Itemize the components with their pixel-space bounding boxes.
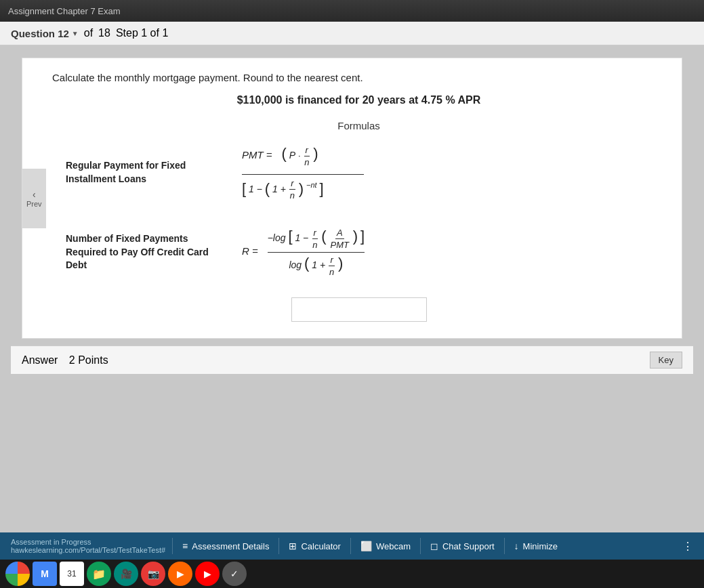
key-button[interactable]: Key	[650, 352, 682, 369]
calendar-icon[interactable]: 31	[60, 562, 84, 586]
formula2-description: Number of Fixed Payments Required to Pay…	[66, 232, 215, 272]
step-info: Step 1 of 1	[116, 27, 168, 39]
problem-amount: $110,000	[237, 94, 283, 106]
answer-input-box[interactable]	[291, 297, 427, 322]
taskbar-minimize[interactable]: ↓ Minimize	[506, 538, 566, 554]
taskbar-calculator[interactable]: ⊞ Calculator	[281, 538, 349, 554]
minimize-label: Minimize	[523, 541, 558, 551]
formula1-math: PMT = ( P · r n )	[242, 145, 652, 201]
webcam-label: Webcam	[376, 541, 411, 551]
taskbar-separator-4	[420, 538, 421, 554]
formula2-line1: Number of Fixed Payments	[66, 233, 188, 244]
system-taskbar: M 31 📁 🎥 📷 ▶ ▶ ✓	[0, 560, 704, 588]
problem-statement: $110,000 is financed for 20 years at 4.7…	[52, 94, 665, 106]
formula1-line2: Installment Loans	[66, 173, 146, 184]
formula1-line1: Regular Payment for Fixed	[66, 160, 186, 171]
taskbar-more-button[interactable]: ⋮	[677, 537, 699, 555]
gmail-icon[interactable]: M	[33, 562, 57, 586]
taskbar-webcam[interactable]: ⬜ Webcam	[352, 538, 419, 554]
question-label: Question 12	[11, 28, 69, 39]
title-bar: Assignment Chapter 7 Exam	[0, 0, 704, 22]
taskbar-assessment-details[interactable]: ≡ Assessment Details	[174, 538, 277, 554]
taskbar-separator-2	[278, 538, 279, 554]
formula1-description: Regular Payment for Fixed Installment Lo…	[66, 159, 215, 186]
assessment-details-label: Assessment Details	[192, 541, 269, 551]
taskbar-url: hawkeslearning.com/Portal/Test/TestTakeT…	[11, 546, 165, 554]
assessment-status: Assessment in Progress	[11, 538, 165, 546]
total-questions: 18	[98, 27, 110, 39]
dropdown-arrow-icon[interactable]: ▼	[72, 30, 79, 37]
youtube-icon[interactable]: ▶	[195, 562, 220, 586]
camera2-icon[interactable]: 📷	[141, 562, 165, 586]
pmt-label: PMT =	[242, 149, 272, 161]
question-header: Question 12 ▼ of 18 Step 1 of 1	[0, 22, 704, 45]
taskbar-left: Assessment in Progress hawkeslearning.co…	[5, 538, 171, 554]
app-taskbar: Assessment in Progress hawkeslearning.co…	[0, 532, 704, 560]
main-wrapper: Question 12 ▼ of 18 Step 1 of 1 ‹ Prev C…	[0, 22, 704, 532]
r-label: R =	[242, 245, 258, 257]
question-content: ‹ Prev Calculate the monthly mortgage pa…	[22, 58, 682, 339]
question-instruction: Calculate the monthly mortgage payment. …	[52, 72, 665, 83]
play-icon[interactable]: ▶	[168, 562, 192, 586]
formula2-line3: Debt	[66, 259, 87, 270]
taskbar-separator-3	[350, 538, 351, 554]
chrome-icon[interactable]	[5, 562, 30, 586]
answer-points: 2 Points	[69, 354, 108, 366]
taskbar-separator-1	[172, 538, 173, 554]
formula-r-row: Number of Fixed Payments Required to Pay…	[66, 228, 652, 277]
chevron-left-icon: ‹	[26, 189, 42, 200]
formula2-math: R = −log [ 1 − r n	[242, 228, 652, 277]
problem-text: is financed for 20 years at 4.75 % APR	[285, 94, 480, 106]
calculator-label: Calculator	[301, 541, 341, 551]
check-icon[interactable]: ✓	[222, 562, 247, 586]
minimize-icon: ↓	[514, 541, 519, 551]
webcam-icon: ⬜	[360, 541, 372, 551]
formulas-container: Regular Payment for Fixed Installment Lo…	[52, 145, 665, 277]
answer-info: Answer 2 Points	[22, 354, 108, 366]
chat-support-label: Chat Support	[442, 541, 495, 551]
question-selector[interactable]: Question 12 ▼	[11, 28, 79, 39]
formulas-title: Formulas	[52, 120, 665, 131]
formula-pmt-row: Regular Payment for Fixed Installment Lo…	[66, 145, 652, 201]
meet-icon[interactable]: 🎥	[114, 562, 138, 586]
formula2-line2: Required to Pay Off Credit Card	[66, 247, 209, 257]
chat-icon: ◻	[430, 541, 438, 551]
prev-button[interactable]: ‹ Prev	[22, 169, 46, 228]
question-of: of	[84, 27, 93, 39]
r-formula: −log [ 1 − r n ( A	[268, 228, 365, 277]
answer-label: Answer	[22, 354, 58, 366]
list-icon: ≡	[182, 541, 188, 551]
answer-footer: Answer 2 Points Key	[11, 345, 693, 374]
title-text: Assignment Chapter 7 Exam	[8, 6, 120, 16]
taskbar-chat-support[interactable]: ◻ Chat Support	[422, 538, 503, 554]
files-icon[interactable]: 📁	[87, 562, 111, 586]
prev-label: Prev	[26, 200, 42, 208]
answer-input-container	[52, 297, 665, 324]
calculator-icon: ⊞	[289, 541, 297, 551]
taskbar-separator-5	[504, 538, 505, 554]
